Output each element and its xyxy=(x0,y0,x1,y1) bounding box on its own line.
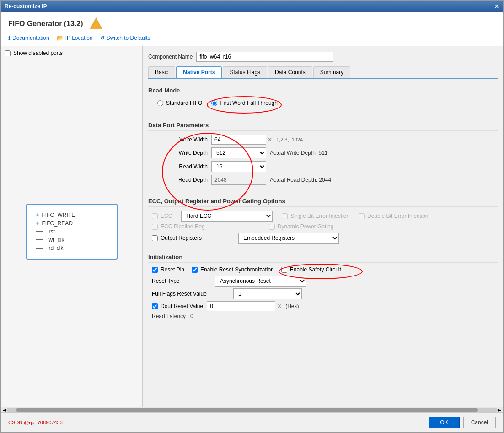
read-depth-row: Read Depth Actual Read Depth: 2044 xyxy=(157,175,498,185)
bottom-bar: CSDN @qq_708907433 OK Cancel xyxy=(1,412,503,432)
dout-reset-row: Dout Reset Value ✕ (Hex) xyxy=(152,301,498,311)
safety-circuit-wrapper: Enable Safety Circuit xyxy=(281,266,341,273)
dout-reset-checkbox[interactable] xyxy=(152,303,158,309)
write-width-input[interactable] xyxy=(211,135,266,145)
app-logo xyxy=(89,16,103,31)
scrollbar-track[interactable] xyxy=(6,408,498,412)
reset-type-select[interactable]: Asynchronous ResetSynchronous Reset xyxy=(215,276,306,287)
tab-summary[interactable]: Summary xyxy=(313,66,350,78)
data-port-section: Data Port Parameters Write Width ✕ 1,2,3… xyxy=(148,122,498,188)
switch-defaults-link[interactable]: ↺ Switch to Defaults xyxy=(100,35,150,41)
ecc-checkbox-label[interactable]: ECC xyxy=(152,213,172,219)
double-bit-label[interactable]: Double Bit Error Injection xyxy=(359,213,428,219)
expand-icon-write: + xyxy=(36,212,39,218)
close-button[interactable]: ✕ xyxy=(494,3,499,10)
ecc-section: ECC, Output Register and Power Gating Op… xyxy=(148,198,498,244)
hex-label: (Hex) xyxy=(285,303,299,309)
app-title-text: FIFO Generator (13.2) xyxy=(8,20,83,28)
first-word-label: First Word Fall Through xyxy=(220,100,278,106)
safety-circuit-label[interactable]: Enable Safety Circuit xyxy=(281,266,341,273)
reset-pin-row: Reset Pin Enable Reset Synchronization E… xyxy=(152,266,498,273)
tab-native-ports[interactable]: Native Ports xyxy=(176,66,222,79)
component-name-row: Component Name xyxy=(148,52,498,62)
dout-clear-icon[interactable]: ✕ xyxy=(277,303,282,309)
write-width-row: Write Width ✕ 1,2,3,..1024 xyxy=(157,135,498,145)
read-latency-row: Read Latency : 0 xyxy=(152,313,498,319)
output-reg-checkbox[interactable] xyxy=(152,235,158,241)
show-disabled-checkbox[interactable] xyxy=(5,50,11,56)
ip-location-link[interactable]: 📂 IP Location xyxy=(57,35,93,41)
reset-pin-label[interactable]: Reset Pin xyxy=(152,266,184,273)
tab-status-flags[interactable]: Status Flags xyxy=(223,66,267,78)
output-registers-row: Output Registers Embedded RegistersFabri… xyxy=(152,233,498,244)
tab-basic[interactable]: Basic xyxy=(148,66,175,78)
read-width-select[interactable]: 163264 xyxy=(211,161,266,172)
pin-line-rst xyxy=(36,231,43,232)
tab-data-counts[interactable]: Data Counts xyxy=(268,66,312,78)
watermark: CSDN @qq_708907433 xyxy=(8,420,63,425)
wr-clk-label: wr_clk xyxy=(49,237,64,243)
dout-reset-checkbox-label[interactable]: Dout Reset Value xyxy=(152,303,203,309)
documentation-link[interactable]: ℹ Documentation xyxy=(8,35,49,41)
ecc-title: ECC, Output Register and Power Gating Op… xyxy=(148,198,498,207)
first-word-option[interactable]: First Word Fall Through xyxy=(211,100,278,106)
cancel-button[interactable]: Cancel xyxy=(463,417,496,428)
single-bit-checkbox[interactable] xyxy=(282,213,288,219)
rst-label: rst xyxy=(49,228,55,235)
write-depth-select[interactable]: 51210242048 xyxy=(211,147,266,158)
show-disabled-row: Show disabled ports xyxy=(5,50,139,56)
scrollbar-area[interactable]: ◀ ▶ xyxy=(1,407,503,412)
scrollbar-thumb[interactable] xyxy=(16,408,478,412)
read-mode-options: Standard FIFO First Word Fall Through xyxy=(157,100,498,106)
pin-line-rdclk xyxy=(36,248,43,249)
safety-circuit-checkbox[interactable] xyxy=(281,267,287,273)
dynamic-power-text: Dynamic Power Gating xyxy=(278,223,334,230)
expand-icon-read: + xyxy=(36,220,39,227)
output-dropdown-select[interactable]: Embedded RegistersFabric Registers xyxy=(238,233,339,244)
ecc-pipeline-label[interactable]: ECC Pipeline Reg xyxy=(152,223,205,230)
output-reg-checkbox-label[interactable]: Output Registers xyxy=(152,235,202,241)
write-width-clear-icon[interactable]: ✕ xyxy=(267,136,273,143)
write-depth-actual: Actual Write Depth: 511 xyxy=(270,150,328,156)
dout-reset-input[interactable] xyxy=(207,301,275,311)
write-depth-label: Write Depth xyxy=(157,150,208,156)
pin-line-wrclk xyxy=(36,239,43,240)
standard-fifo-option[interactable]: Standard FIFO xyxy=(157,100,202,106)
reset-type-label: Reset Type xyxy=(152,278,211,284)
first-word-radio[interactable] xyxy=(211,100,217,106)
ecc-pipeline-row: ECC Pipeline Reg Dynamic Power Gating xyxy=(152,223,498,230)
ok-button[interactable]: OK xyxy=(429,417,459,428)
scroll-right-arrow[interactable]: ▶ xyxy=(498,407,501,412)
read-depth-input xyxy=(211,175,266,185)
location-icon: 📂 xyxy=(57,35,64,41)
rst-pin: rst xyxy=(36,228,107,235)
hard-ecc-select[interactable]: Hard ECCSoft ECC xyxy=(181,211,273,222)
ecc-pipeline-checkbox[interactable] xyxy=(152,224,158,230)
fifo-diagram: + FIFO_WRITE + FIFO_READ rst wr_clk xyxy=(26,204,118,260)
component-name-label: Component Name xyxy=(148,54,193,60)
refresh-icon: ↺ xyxy=(100,35,105,41)
reset-pin-checkbox[interactable] xyxy=(152,267,158,273)
app-header: FIFO Generator (13.2) ℹ Documentation 📂 … xyxy=(1,12,503,46)
enable-reset-sync-label[interactable]: Enable Reset Synchronization xyxy=(192,266,274,273)
left-panel: Show disabled ports + FIFO_WRITE + FIFO_… xyxy=(1,46,143,407)
read-width-label: Read Width xyxy=(157,163,208,170)
standard-fifo-radio[interactable] xyxy=(157,100,163,106)
fifo-read-pin: + FIFO_READ xyxy=(36,220,107,227)
enable-reset-sync-checkbox[interactable] xyxy=(192,267,198,273)
component-name-input[interactable] xyxy=(196,52,333,62)
scroll-left-arrow[interactable]: ◀ xyxy=(3,407,6,412)
dynamic-power-checkbox[interactable] xyxy=(269,224,275,230)
dynamic-power-label[interactable]: Dynamic Power Gating xyxy=(269,223,334,230)
write-width-input-wrapper: ✕ xyxy=(211,135,273,145)
read-mode-title: Read Mode xyxy=(148,87,498,96)
ecc-checkbox[interactable] xyxy=(152,213,158,219)
data-port-form: Write Width ✕ 1,2,3,..1024 Write Depth 5… xyxy=(157,135,498,185)
read-mode-section: Read Mode Standard FIFO First Word Fall … xyxy=(148,87,498,114)
safety-circuit-text: Enable Safety Circuit xyxy=(290,266,341,273)
full-flags-select[interactable]: 10 xyxy=(233,288,302,299)
init-form: Reset Pin Enable Reset Synchronization E… xyxy=(152,266,498,319)
double-bit-checkbox[interactable] xyxy=(359,213,365,219)
diagram-area: + FIFO_WRITE + FIFO_READ rst wr_clk xyxy=(5,60,139,403)
single-bit-label[interactable]: Single Bit Error Injection xyxy=(282,213,349,219)
